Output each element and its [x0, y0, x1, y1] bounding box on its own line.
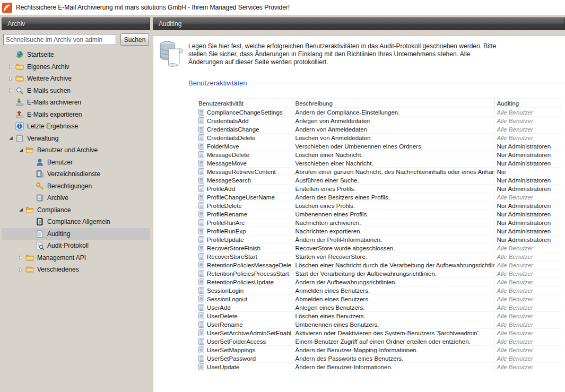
table-row[interactable]: RetentionPoliciesProcessStartStart der V…	[196, 269, 561, 278]
table-row[interactable]: MessageDeleteLöschen einer Nachricht.Nur…	[196, 151, 561, 159]
table-row[interactable]: ProfileUpdateÄndern der Profil-Informati…	[196, 236, 561, 244]
column-header-activity[interactable]: Benutzeraktivität	[196, 99, 293, 108]
auditing-value-cell[interactable]: Alle Benutzer	[494, 329, 561, 337]
table-row[interactable]: UserSetFolderAccessEinem Benutzer Zugrif…	[196, 337, 561, 346]
activity-cell: UserAdd	[196, 303, 293, 312]
activity-name: UserDelete	[207, 313, 238, 319]
auditing-value-cell[interactable]: Nur Administratoren	[494, 159, 561, 168]
table-row[interactable]: ComplianceChangeSettingsÄndern der Compl…	[196, 108, 561, 117]
collapse-arrow-icon[interactable]	[16, 207, 25, 212]
sidebar-item-verzeichnisdienste[interactable]: Verzeichnisdienste	[2, 168, 150, 180]
table-row[interactable]: CredentialsDeleteLöschen von Anmeldedate…	[196, 134, 561, 142]
sidebar-item-berechtigungen[interactable]: Berechtigungen	[2, 180, 150, 193]
table-row[interactable]: CredentialsChangeÄndern von Anmeldedaten…	[196, 125, 561, 134]
table-row[interactable]: ProfileRenameUmbenennen eines Profils.Nu…	[196, 210, 561, 219]
table-row[interactable]: RecoverStoreStartStarten von RecoverStor…	[196, 252, 561, 261]
table-row[interactable]: MessageMoveVerschieben einer Nachricht.N…	[196, 159, 561, 168]
sidebar-item-compliance[interactable]: Compliance	[2, 204, 150, 216]
table-row[interactable]: UserUpdateÄndern der Benutzer-Informatio…	[196, 363, 561, 371]
auditing-value-cell[interactable]: Alle Benutzer	[494, 108, 561, 117]
auditing-value-cell[interactable]: Alle Benutzer	[494, 354, 561, 363]
table-row[interactable]: UserSetMappingsÄndern der Benutzer-Mappi…	[196, 346, 561, 354]
expand-arrow-icon[interactable]	[16, 267, 25, 272]
auditing-value-cell[interactable]: Alle Benutzer	[494, 244, 561, 252]
table-row[interactable]: UserDeleteLöschen eines Benutzers.Alle B…	[196, 312, 561, 320]
auditing-value-cell[interactable]: Alle Benutzer	[494, 312, 561, 320]
sidebar-item-compliance-allgemein[interactable]: Compliance Allgemein	[2, 216, 150, 228]
sidebar-item-archive[interactable]: Archive	[2, 192, 150, 204]
table-row[interactable]: MessageSearchAusführen einer Suche.Nur A…	[196, 176, 561, 185]
collapse-arrow-icon[interactable]	[16, 148, 25, 153]
collapse-arrow-icon[interactable]	[6, 136, 15, 141]
sidebar-item-letzte-ergebnisse[interactable]: Letzte Ergebnisse	[2, 120, 150, 133]
auditing-value-cell[interactable]: Nur Administratoren	[494, 176, 561, 185]
auditing-value-cell[interactable]: Nur Administratoren	[494, 185, 561, 193]
sidebar-item-startseite[interactable]: Startseite	[2, 49, 150, 61]
auditing-value-cell[interactable]: Alle Benutzer	[494, 261, 561, 269]
description-cell: Löschen einer Nachricht.	[293, 151, 494, 159]
auditing-value-cell[interactable]: Alle Benutzer	[494, 252, 561, 261]
table-row[interactable]: FolderMoveVerschieben oder Umbenennen ei…	[196, 142, 561, 151]
expand-arrow-icon[interactable]	[16, 255, 25, 260]
sidebar-item-benutzer-und-archive[interactable]: Benutzer und Archive	[2, 144, 150, 156]
title-bar: Rechtssichere E-Mail Archivierung mit ma…	[0, 0, 565, 15]
sidebar-item-weitere-archive[interactable]: Weitere Archive	[2, 73, 150, 85]
auditing-value-cell[interactable]: Alle Benutzer	[494, 337, 561, 346]
table-row[interactable]: ProfileAddErstellen eines Profils.Nur Ad…	[196, 185, 561, 193]
table-row[interactable]: UserRenameUmbenennen eines Benutzers.All…	[196, 320, 561, 329]
table-row[interactable]: ProfileRunArcNachrichten archivieren.Nur…	[196, 219, 561, 227]
sidebar-item-e-mails-suchen[interactable]: E-Mails suchen	[2, 85, 150, 97]
auditing-value-cell[interactable]: Alle Benutzer	[494, 320, 561, 329]
table-row[interactable]: CredentialsAddAnlegen von AnmeldedatenAl…	[196, 117, 561, 125]
sidebar-item-benutzer[interactable]: Benutzer	[2, 156, 150, 169]
auditing-value-cell[interactable]: Alle Benutzer	[494, 134, 561, 142]
sidebar-item-eigenes-archiv[interactable]: Eigenes Archiv	[2, 61, 150, 73]
expand-arrow-icon[interactable]	[6, 88, 15, 93]
auditing-value-cell[interactable]: Alle Benutzer	[494, 295, 561, 303]
sidebar-item-audit-protokoll[interactable]: Audit-Protokoll	[2, 240, 150, 252]
table-row[interactable]: SessionLoginAnmelden eines Benutzers.All…	[196, 286, 561, 295]
auditing-value-cell[interactable]: Nur Administratoren	[494, 210, 561, 219]
auditing-value-cell[interactable]: Alle Benutzer	[494, 286, 561, 295]
auditing-value-cell[interactable]: Alle Benutzer	[494, 193, 561, 202]
auditing-value-cell[interactable]: Nur Administratoren	[494, 142, 561, 151]
auditing-value-cell[interactable]: Alle Benutzer	[494, 303, 561, 312]
table-row[interactable]: RetentionPoliciesMessageDeleteLöschen ei…	[196, 261, 561, 269]
table-row[interactable]: RecoverStoreFinishRecoverStore wurde abg…	[196, 244, 561, 252]
auditing-value-cell[interactable]: Alle Benutzer	[494, 125, 561, 134]
column-header-auditing[interactable]: Auditing	[494, 99, 561, 108]
auditing-value-cell[interactable]: Nur Administratoren	[494, 151, 561, 159]
table-row[interactable]: MessageRetrieveContentAbrufen einer ganz…	[196, 168, 561, 176]
auditing-value-cell[interactable]: Alle Benutzer	[494, 363, 561, 371]
auditing-value-cell[interactable]: Nur Administratoren	[494, 236, 561, 244]
sidebar-item-auditing[interactable]: Auditing	[2, 228, 150, 240]
expand-arrow-icon[interactable]	[6, 76, 15, 81]
table-row[interactable]: ProfileDeleteLöschen eines Profils.Nur A…	[196, 202, 561, 210]
column-header-description[interactable]: Beschreibung	[293, 99, 494, 108]
expand-arrow-icon[interactable]	[6, 64, 15, 69]
auditing-value-cell[interactable]: Nur Administratoren	[494, 227, 561, 236]
table-row[interactable]: UserAddAnlegen eines Benutzers.Alle Benu…	[196, 303, 561, 312]
activity-list-icon	[198, 168, 204, 175]
auditing-value-cell[interactable]: Nur Administratoren	[494, 202, 561, 210]
table-row[interactable]: SessionLogoutAbmelden eines Benutzers.Al…	[196, 295, 561, 303]
auditing-value-cell[interactable]: Nur Administratoren	[494, 219, 561, 227]
auditing-value-cell[interactable]: Alle Benutzer	[494, 346, 561, 354]
sidebar-item-e-mails-archivieren[interactable]: E-Mails archivieren	[2, 97, 150, 109]
auditing-value-cell[interactable]: Alle Benutzer	[494, 278, 561, 286]
table-row[interactable]: ProfileChangeUserNameÄndern des Besitzer…	[196, 193, 561, 202]
sidebar-item-verschiedenes[interactable]: Verschiedenes	[2, 264, 150, 276]
sidebar-item-e-mails-exportieren[interactable]: E-Mails exportieren	[2, 109, 150, 121]
table-row[interactable]: UserSetArchiveAdminSetEnabledAktivieren …	[196, 329, 561, 337]
search-input[interactable]	[3, 34, 116, 45]
auditing-value-cell[interactable]: Alle Benutzer	[494, 269, 561, 278]
sidebar-item-management-api[interactable]: Management API	[2, 252, 150, 264]
table-row[interactable]: RetentionPoliciesUpdateÄndern der Aufbew…	[196, 278, 561, 286]
sidebar-item-verwaltung[interactable]: Verwaltung	[2, 133, 150, 145]
search-button[interactable]: Suchen	[120, 33, 149, 46]
auditing-value-cell[interactable]: Alle Benutzer	[494, 117, 561, 125]
table-row[interactable]: ProfileRunExpNachrichten exportieren.Nur…	[196, 227, 561, 236]
table-row[interactable]: UserSetPasswordÄndern des Passworts eine…	[196, 354, 561, 363]
auditing-value-cell[interactable]: Nie	[494, 168, 561, 176]
archive-import-icon	[15, 98, 24, 107]
